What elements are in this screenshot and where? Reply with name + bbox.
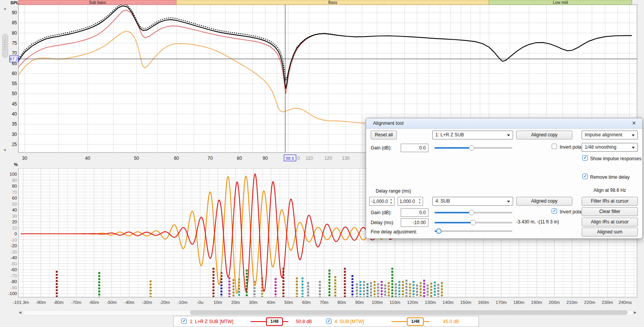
delay-distance-text: -3.430 m, -(11 ft 3 in) [516, 219, 559, 225]
svg-text:160m: 160m [478, 300, 489, 305]
dialog-title-bar[interactable]: Alignment tool ✕ [366, 118, 642, 129]
legend-smoothing-badge-1[interactable]: 1/48 [266, 317, 283, 326]
delay-input[interactable]: -10.00 [401, 218, 428, 227]
rew-window: Sub bassBassLow mid908580757065605550454… [0, 0, 644, 327]
measurement-2-dropdown[interactable]: 4: SUB [432, 197, 513, 206]
svg-text:35: 35 [12, 121, 17, 127]
measurement-1-value: 1: L+R Z SUB [435, 132, 464, 138]
svg-text:0: 0 [15, 231, 17, 236]
delay-slider[interactable] [435, 220, 512, 225]
svg-text:150m: 150m [460, 300, 472, 305]
legend-line-1 [251, 321, 266, 322]
impulse-x-labels: -101.3m-90m-80m-70m-60m-50m-40m-30m-20m-… [13, 300, 632, 305]
aligned-copy-2-button[interactable]: Aligned copy [516, 197, 572, 206]
hscroll-thumb[interactable] [190, 310, 627, 315]
invert-polarity-1-checkbox[interactable] [552, 144, 557, 149]
svg-text:45: 45 [12, 101, 17, 107]
scroll-left-icon[interactable]: ◀ [18, 310, 22, 315]
svg-text:100m: 100m [372, 300, 383, 305]
svg-text:80: 80 [237, 156, 242, 161]
svg-text:-10m: -10m [177, 300, 187, 305]
smoothing-dropdown[interactable]: 1/48 smoothing [582, 143, 638, 152]
svg-text:230m: 230m [602, 300, 613, 305]
spl-scrollbar-thumb[interactable] [2, 34, 8, 58]
measurement-legend: 1: L+R Z SUB [MTW] 1/48 50.8 dB 4: SUB [… [173, 316, 479, 327]
spinner-arrows-icon[interactable]: ▲▼ [417, 198, 422, 205]
svg-text:50m: 50m [284, 300, 293, 305]
remove-time-delay-checkbox[interactable] [582, 174, 588, 179]
spinner-arrows-icon[interactable]: ▲▼ [389, 198, 393, 205]
svg-text:30: 30 [12, 214, 17, 218]
svg-text:10m: 10m [214, 300, 222, 305]
svg-text:Low mid: Low mid [553, 0, 568, 5]
svg-text:80m: 80m [338, 300, 346, 305]
chevron-down-icon [632, 147, 635, 149]
legend-checkbox-2[interactable] [326, 319, 331, 324]
legend-label-2[interactable]: 4: SUB [MTW] [335, 319, 364, 324]
spl-axis-title: SPL [10, 0, 19, 5]
show-impulse-checkbox[interactable] [582, 155, 588, 161]
fine-delay-slider[interactable] [435, 228, 512, 234]
svg-text:Sub bass: Sub bass [89, 0, 106, 5]
svg-text:90: 90 [12, 178, 17, 183]
frequency-band-headers: Sub bassBassLow mid [18, 0, 632, 5]
legend-checkbox-1[interactable] [181, 319, 187, 324]
close-icon[interactable]: ✕ [631, 120, 637, 126]
scroll-down-icon[interactable]: ▼ [2, 148, 8, 153]
svg-text:110m: 110m [390, 300, 400, 305]
gain-1-slider[interactable] [435, 145, 512, 151]
svg-text:-40m: -40m [124, 300, 134, 305]
svg-text:60: 60 [12, 71, 17, 76]
svg-text:30: 30 [12, 132, 17, 137]
svg-text:-70: -70 [10, 273, 17, 278]
svg-text:180m: 180m [514, 300, 525, 305]
measurement-1-dropdown[interactable]: 1: L+R Z SUB [432, 131, 513, 139]
thumb-grip-icon [4, 40, 6, 51]
svg-text:40: 40 [12, 111, 17, 117]
chevron-down-icon [632, 134, 635, 136]
svg-text:-40: -40 [10, 255, 17, 260]
scroll-right-icon[interactable]: ▶ [633, 310, 637, 315]
legend-smoothing-badge-2[interactable]: 1/48 [407, 317, 424, 326]
aligned-sum-button[interactable]: Aligned sum [582, 228, 638, 236]
time-axis-scrollbar: ◀ ▶ [18, 310, 638, 315]
svg-text:Bass: Bass [328, 0, 337, 5]
delay-range-min-value: -1,000.0 [371, 199, 388, 204]
clear-filter-button[interactable]: Clear filter [582, 207, 638, 216]
legend-line-2b [423, 321, 429, 322]
svg-text:200m: 200m [549, 300, 560, 305]
invert-polarity-2-checkbox[interactable] [552, 208, 557, 214]
svg-text:30m: 30m [249, 300, 258, 305]
svg-text:60: 60 [12, 196, 17, 200]
svg-text:-50: -50 [10, 262, 17, 266]
svg-text:-70m: -70m [71, 300, 81, 305]
dialog-title: Alignment tool [373, 121, 403, 126]
gain-1-input[interactable]: 0.0 [401, 144, 428, 152]
fine-delay-label: Fine delay adjustment: [371, 229, 417, 235]
svg-text:-90m: -90m [36, 300, 46, 305]
reset-all-button[interactable]: Reset all [371, 131, 397, 139]
align-irs-button[interactable]: Align IRs at cursor [582, 218, 638, 226]
svg-text:-100: -100 [8, 291, 17, 296]
aligned-copy-1-button[interactable]: Aligned copy [516, 131, 572, 139]
svg-text:70: 70 [207, 156, 213, 161]
impulse-y-labels: 1009080706050403020100-10-20-30-40-50-60… [8, 172, 17, 296]
delay-range-max-spinner[interactable]: 1,000.0 ▲▼ [398, 197, 423, 206]
svg-text:-20m: -20m [160, 300, 170, 305]
delay-range-label: Delay range (ms) [376, 188, 411, 194]
legend-label-1[interactable]: 1: L+R Z SUB [MTW] [190, 319, 233, 324]
svg-text:-10: -10 [10, 238, 17, 242]
gain-2-slider[interactable] [435, 210, 512, 215]
delay-range-min-spinner[interactable]: -1,000.0 ▲▼ [369, 197, 395, 206]
gain-2-input[interactable]: 0.0 [401, 208, 428, 217]
svg-text:50: 50 [12, 202, 17, 206]
svg-text:67.2: 67.2 [10, 57, 18, 61]
alignment-mode-dropdown[interactable]: Impulse alignment [582, 131, 638, 139]
svg-text:20: 20 [12, 220, 17, 224]
svg-text:0: 0 [297, 156, 300, 161]
scroll-up-icon[interactable]: ▲ [2, 6, 8, 11]
spl-y-labels: 9085807570656055504540353025 [12, 10, 17, 147]
svg-text:50: 50 [134, 156, 139, 161]
filter-irs-button[interactable]: Filter IRs at cursor [582, 197, 638, 206]
svg-text:90m: 90m [355, 300, 364, 305]
